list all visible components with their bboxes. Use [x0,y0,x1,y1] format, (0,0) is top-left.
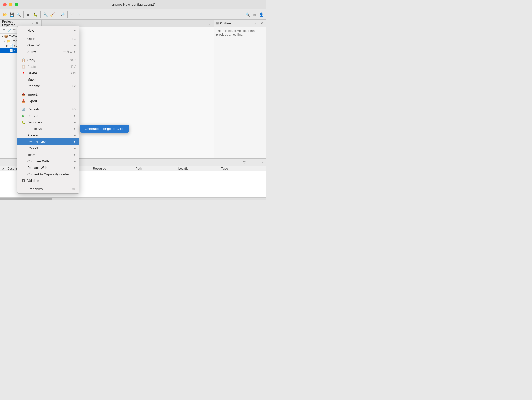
horizontal-scrollbar[interactable] [0,197,266,200]
menu-item-acceleo[interactable]: Acceleo ▶ [17,132,79,138]
toolbar-btn-2[interactable]: 💾 [9,12,15,17]
team-arrow-icon: ▶ [74,153,76,156]
menu-label-profile-as: Profile As [27,127,72,131]
maximize-button[interactable] [15,3,18,6]
filter-bottom-icon[interactable]: ▽ [242,160,247,165]
menu-label-acceleo: Acceleo [27,133,72,137]
menu-label-paste: Paste [27,65,68,69]
outline-max-icon[interactable]: □ [254,21,259,26]
col-path: Path [136,167,178,170]
menu-item-debug-as[interactable]: 🐛 Debug As ▶ [17,119,79,125]
toolbar-build-btn[interactable]: 🔧 [43,12,48,17]
menu-item-refresh[interactable]: 🔄 Refresh F5 [17,106,79,112]
submenu-label: Generate springboot Code [85,127,124,131]
close-panel-icon[interactable]: ✕ [35,21,39,26]
menu-item-profile-as[interactable]: Profile As ▶ [17,125,79,132]
toolbar-run-btn[interactable]: ▶ [26,12,31,17]
outline-header: ⊞ Outline — □ ✕ [214,20,266,27]
profile-as-arrow-icon: ▶ [74,127,76,130]
scrollbar-thumb[interactable] [0,198,52,200]
menu-label-new: New [27,29,72,32]
menu-item-properties[interactable]: Properties ⌘I [17,186,79,192]
menu-item-run-as[interactable]: ▶ Run As ▶ [17,112,79,119]
menu-label-debug-as: Debug As [27,120,72,124]
menu-label-rm2pt-dev: RM2PT-Dev [27,140,72,144]
file-icon: 📄 [9,49,13,52]
menu-item-open[interactable]: Open F3 [17,36,79,42]
collapse-all-icon[interactable]: ⊟ [2,28,6,32]
open-shortcut: F3 [72,37,76,41]
toolbar-btn-1[interactable]: 📂 [2,12,8,17]
tree-arrow-cocome: ▼ [1,35,4,38]
toolbar-profile[interactable]: 👤 [258,12,264,17]
toolbar-debug-btn[interactable]: 🐛 [32,12,38,17]
filter-icon[interactable]: ▽ [12,28,17,32]
import-icon: 📥 [21,93,26,96]
maximize-panel-icon[interactable]: □ [29,21,34,26]
debug-as-icon: 🐛 [21,121,26,124]
menu-item-import[interactable]: 📥 Import... [17,91,79,98]
menu-item-move[interactable]: Move... [17,76,79,83]
minimize-panel-icon[interactable]: — [24,21,29,26]
toolbar-nav-back[interactable]: ← [70,12,75,17]
menu-item-convert[interactable]: Convert to Capability context [17,171,79,177]
menu-item-replace-with[interactable]: Replace With ▶ [17,164,79,171]
copy-shortcut: ⌘C [70,58,76,62]
menu-label-compare-with: Compare With [27,159,72,163]
menu-item-rm2pt-dev[interactable]: RM2PT-Dev ▶ [17,138,79,145]
rm2pt-dev-arrow-icon: ▶ [74,140,76,143]
rename-shortcut: F2 [72,84,76,88]
delete-shortcut: ⌫ [71,71,76,75]
open-with-arrow-icon: ▶ [74,44,76,47]
menu-item-delete[interactable]: ✗ Delete ⌫ [17,70,79,76]
refresh-shortcut: F5 [72,108,76,111]
toolbar-sep-2 [40,11,41,18]
link-editor-icon[interactable]: 🔗 [7,28,11,32]
editor-max-icon[interactable]: □ [208,22,213,27]
bottom-max-icon[interactable]: □ [259,160,264,165]
replace-with-arrow-icon: ▶ [74,166,76,169]
tree-arrow-aird: ▶ [6,44,9,47]
toolbar-clean-btn[interactable]: 🧹 [49,12,55,17]
toolbar-nav-fwd[interactable]: → [76,12,82,17]
acceleo-arrow-icon: ▶ [74,134,76,137]
properties-shortcut: ⌘I [72,187,76,191]
file-aird-icon: 📄 [9,44,13,48]
validate-icon: ☑ [21,179,26,183]
menu-item-rename[interactable]: Rename... F2 [17,83,79,89]
menu-item-new[interactable]: New ▶ [17,27,79,34]
toolbar-search-btn[interactable]: 🔎 [59,12,65,17]
bottom-menu-icon[interactable]: ⋮ [248,160,252,165]
menu-item-validate[interactable]: ☑ Validate [17,177,79,184]
outline-close-icon[interactable]: ✕ [259,21,264,26]
menu-sep-5 [17,185,79,185]
editor-tab-controls: — □ [202,22,214,27]
menu-item-paste[interactable]: 📋 Paste ⌘V [17,63,79,70]
editor-min-icon[interactable]: — [203,22,208,27]
toolbar-btn-3[interactable]: 🔍 [16,12,21,17]
bottom-min-icon[interactable]: — [254,160,258,165]
toolbar-sep-4 [67,11,68,18]
submenu-tooltip[interactable]: Generate springboot Code [80,125,129,133]
menu-item-open-with[interactable]: Open With ▶ [17,42,79,49]
close-button[interactable] [3,3,7,6]
menu-label-import: Import... [27,92,76,96]
menu-label-rm2pt: RM2PT [27,146,72,150]
menu-item-export[interactable]: 📤 Export... [17,98,79,104]
toolbar-search-global[interactable]: 🔍 [245,12,250,17]
show-in-shortcut: ⌥⌘W [63,50,72,54]
menu-item-rm2pt[interactable]: RM2PT ▶ [17,145,79,151]
menu-item-copy[interactable]: 📋 Copy ⌘C [17,57,79,63]
menu-item-team[interactable]: Team ▶ [17,151,79,158]
menu-item-show-in[interactable]: Show In ⌥⌘W ▶ [17,49,79,55]
minimize-button[interactable] [9,3,12,6]
outline-title: Outline [220,22,231,25]
toolbar-perspective[interactable]: ⊞ [251,12,257,17]
toolbar-sep-1 [23,11,24,18]
window-controls [3,3,18,6]
debug-as-arrow-icon: ▶ [74,121,76,124]
compare-with-arrow-icon: ▶ [74,159,76,163]
menu-item-compare-with[interactable]: Compare With ▶ [17,158,79,164]
col-type: Type [221,167,264,170]
outline-min-icon[interactable]: — [249,21,254,26]
